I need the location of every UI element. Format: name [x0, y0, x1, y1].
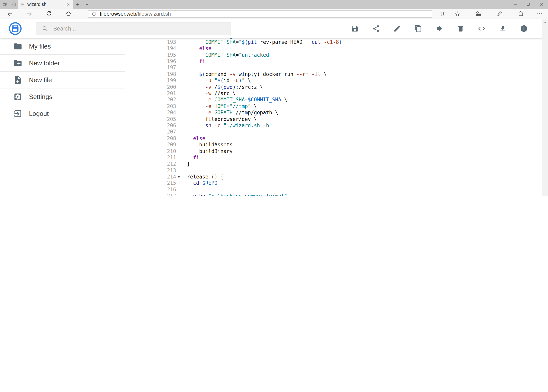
rename-button[interactable]: [390, 22, 404, 35]
code-line[interactable]: 193 COMMIT_SHA="$(git rev-parse HEAD | c…: [147, 39, 542, 46]
back-button[interactable]: [0, 11, 20, 17]
code-line[interactable]: 195 COMMIT_SHA="untracked": [147, 52, 542, 58]
url-text: filebrowser.web/files/wizard.sh: [100, 11, 171, 17]
code-text: -e GOPATH=//tmp/gopath \: [181, 110, 542, 116]
refresh-button[interactable]: [39, 11, 59, 17]
edit-icon: [393, 25, 401, 33]
search-input[interactable]: [53, 25, 230, 32]
new-file-icon: [13, 76, 22, 84]
copy-button[interactable]: [411, 22, 425, 35]
line-number: 203: [147, 103, 176, 110]
web-note-button[interactable]: [492, 11, 507, 17]
code-line[interactable]: 206 sh -c "./wizard.sh -b": [147, 123, 542, 129]
share-page-button[interactable]: [513, 11, 529, 17]
sidebar-item-new-file[interactable]: New file: [0, 72, 145, 88]
code-line[interactable]: 203 -e HOME="//tmp" \: [147, 103, 542, 110]
code-line[interactable]: 208 else: [147, 135, 542, 142]
code-line[interactable]: 214▾release () {: [147, 174, 542, 180]
forward-button[interactable]: [20, 11, 39, 17]
code-line[interactable]: 216: [147, 187, 542, 193]
fold-gutter: [176, 71, 181, 78]
code-text: cd $REPO: [181, 180, 542, 187]
code-line[interactable]: 200 -v /$(pwd):/src:z \: [147, 84, 542, 91]
sidebar-item-new-folder[interactable]: New folder: [0, 55, 145, 72]
code-text: else: [181, 135, 542, 142]
folder-icon: [13, 42, 22, 51]
line-number: 214: [147, 174, 176, 180]
filebrowser-logo[interactable]: [9, 22, 22, 35]
sidebar-item-settings[interactable]: Settings: [0, 88, 145, 105]
tab-preview-toggle[interactable]: [82, 0, 91, 9]
code-view-button[interactable]: [475, 22, 488, 35]
hub-button[interactable]: [471, 11, 486, 17]
sidebar-item-my-files[interactable]: My files: [0, 38, 145, 55]
fold-gutter: [176, 123, 181, 129]
code-line[interactable]: 194 else: [147, 46, 542, 52]
tabs-set-aside-button[interactable]: [0, 0, 9, 9]
fold-gutter: [176, 167, 181, 174]
share-button[interactable]: [369, 22, 382, 35]
minimize-button[interactable]: [509, 0, 522, 9]
search-box[interactable]: [36, 22, 231, 35]
code-line[interactable]: 213: [147, 167, 542, 174]
copy-icon: [414, 25, 422, 33]
code-text: [181, 65, 542, 71]
fold-gutter: [176, 77, 181, 84]
close-button[interactable]: [535, 0, 548, 9]
tab-close-icon[interactable]: [67, 3, 70, 6]
fold-gutter: [176, 103, 181, 110]
fold-gutter: [176, 193, 181, 196]
code-line[interactable]: 205 filebrowser/dev \: [147, 116, 542, 123]
download-button[interactable]: [496, 22, 509, 35]
code-line[interactable]: 204 -e GOPATH=//tmp/gopath \: [147, 110, 542, 116]
code-line[interactable]: 196 fi: [147, 58, 542, 65]
share-page-icon: [518, 11, 524, 17]
code-text: fi: [181, 58, 542, 65]
new-folder-icon: [13, 59, 22, 68]
new-tab-button[interactable]: [73, 0, 82, 9]
fold-gutter: [176, 161, 181, 168]
code-line[interactable]: 217 echo "> Checking semver format": [147, 193, 542, 196]
code-line[interactable]: 201 -w //src \: [147, 91, 542, 97]
page-scrollbar[interactable]: ▲ ▼: [542, 19, 548, 196]
move-button[interactable]: [433, 22, 446, 35]
line-number: 216: [147, 187, 176, 193]
sidebar-item-logout[interactable]: Logout: [0, 105, 145, 122]
fold-gutter: [176, 116, 181, 123]
code-line[interactable]: 215 cd $REPO: [147, 180, 542, 187]
more-options-button[interactable]: [532, 11, 548, 17]
code-line[interactable]: 210 buildBinary: [147, 148, 542, 155]
reading-view-icon: [439, 11, 445, 17]
home-button[interactable]: [59, 11, 78, 17]
code-editor[interactable]: 192 if [ -d ".git" ]; then193 COMMIT_SHA…: [147, 33, 542, 196]
reading-view-button[interactable]: [434, 11, 450, 17]
fold-gutter: [176, 148, 181, 155]
site-info-icon[interactable]: [91, 11, 97, 16]
line-number: 205: [147, 116, 176, 123]
favorites-button[interactable]: [450, 11, 465, 17]
code-line[interactable]: 212}: [147, 161, 542, 168]
line-number: 209: [147, 142, 176, 148]
code-line[interactable]: 197: [147, 65, 542, 71]
code-line[interactable]: 198 $(command -v winpty) docker run --rm…: [147, 71, 542, 78]
save-button[interactable]: [348, 22, 361, 35]
fold-arrow-icon[interactable]: ▾: [176, 174, 181, 180]
info-button[interactable]: [517, 22, 530, 35]
address-bar[interactable]: filebrowser.web/files/wizard.sh: [88, 10, 432, 18]
code-line[interactable]: 202 -e COMMIT_SHA=$COMMIT_SHA \: [147, 97, 542, 103]
code-line[interactable]: 207: [147, 129, 542, 135]
code-line[interactable]: 209 buildAssets: [147, 142, 542, 148]
line-number: 217: [147, 193, 176, 196]
code-text: buildBinary: [181, 148, 542, 155]
save-icon: [351, 25, 359, 33]
delete-button[interactable]: [454, 22, 467, 35]
code-line[interactable]: 211 fi: [147, 155, 542, 161]
browser-tab-strip: wizard.sh: [0, 0, 548, 9]
code-line[interactable]: 199 -u "$(id -u)" \: [147, 77, 542, 84]
browser-tab[interactable]: wizard.sh: [18, 0, 73, 9]
scrollbar-up-arrow-icon[interactable]: ▲: [542, 19, 548, 25]
url-domain: filebrowser.web: [100, 11, 136, 17]
line-number: 202: [147, 97, 176, 103]
set-tabs-aside-button[interactable]: [9, 0, 18, 9]
maximize-button[interactable]: [522, 0, 535, 9]
